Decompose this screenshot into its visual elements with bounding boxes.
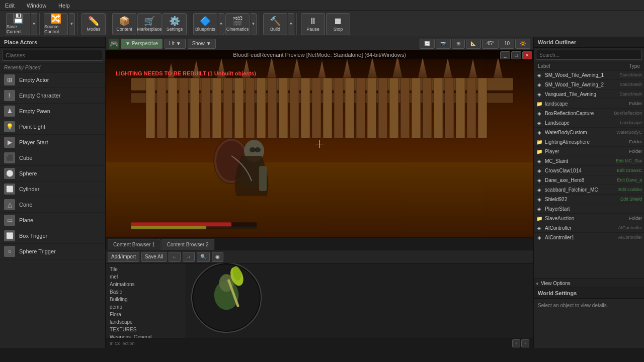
viewport-icon-camera[interactable]: 📷 (436, 39, 451, 49)
cb-add-button-2[interactable]: + (521, 339, 529, 347)
menu-item-edit[interactable]: Edit (2, 2, 18, 10)
tree-item-4[interactable]: Building (108, 296, 184, 303)
outliner-item-10[interactable]: ◈ CrowsClaw1014 Edit CrowsC (534, 166, 644, 175)
viewport-icon-brightness[interactable]: 🔆 (515, 39, 530, 49)
viewport-canvas[interactable]: BloodFeudRevenant Preview [NetMode: Stan… (106, 50, 533, 237)
cinematics-button[interactable]: 🎬 Cinematics (225, 13, 250, 35)
outliner-item-15[interactable]: 📁 SlaveAuction Folder (534, 214, 644, 223)
outliner-item-1[interactable]: ◈ SM_Wood_Tile_Awning_2 StaticMesh (534, 80, 644, 89)
search-filter-button[interactable]: 🔍 (197, 252, 210, 262)
outliner-label-4: BoxReflectionCapture (545, 111, 612, 116)
source-control-split[interactable]: ▼ (69, 13, 75, 35)
save-all-button[interactable]: Save All (141, 252, 167, 262)
outliner-label-2: Vanguard_Tile_Awning (545, 92, 617, 97)
details-content: Select an object to view details. (534, 299, 644, 312)
view-options-button[interactable]: ◉ (212, 252, 223, 262)
actor-icon-plane: ▭ (4, 215, 15, 226)
modes-button[interactable]: ✏️ Modes (82, 13, 106, 35)
maximize-button[interactable]: □ (511, 51, 521, 59)
tree-item-1[interactable]: mel (108, 273, 184, 281)
tree-item-3[interactable]: Basic (108, 288, 184, 296)
outliner-item-12[interactable]: ◈ scabbard_Falchion_MC Edit scabbo (534, 185, 644, 195)
nav-back-button[interactable]: ← (169, 252, 181, 262)
search-input[interactable] (2, 50, 103, 61)
save-current-button[interactable]: 💾 Save Current (6, 13, 30, 35)
perspective-button[interactable]: ▼ Perspective (121, 39, 163, 49)
settings-button[interactable]: ⚙️ Settings (163, 13, 187, 35)
content-browser-tab-2[interactable]: Content Browser 2 (162, 239, 214, 250)
tree-item-6[interactable]: Flora (108, 311, 184, 318)
lower-section: Content Browser 1 Content Browser 2 Add/… (106, 237, 533, 348)
outliner-columns: Label Type (534, 62, 644, 70)
actor-item-empty-pawn[interactable]: ♟ Empty Pawn (0, 104, 105, 119)
content-browser-tab-1[interactable]: Content Browser 1 (108, 239, 160, 250)
tree-item-2[interactable]: Animations (108, 281, 184, 288)
cinematics-split[interactable]: ▼ (251, 13, 257, 35)
viewport-icon-snap[interactable]: 📐 (466, 39, 481, 49)
minimize-button[interactable]: _ (500, 51, 510, 59)
cb-add-button-1[interactable]: + (512, 339, 520, 347)
build-button[interactable]: 🔨 Build (263, 13, 287, 35)
actor-item-sphere-trigger[interactable]: ○ Sphere Trigger (0, 244, 105, 259)
tree-item-8[interactable]: TEXTURES (108, 326, 184, 333)
actor-item-sphere[interactable]: ⚪ Sphere (0, 166, 105, 182)
add-import-button[interactable]: Add/Import (108, 252, 139, 262)
blueprints-button[interactable]: 🔷 Blueprints (193, 13, 217, 35)
outliner-item-7[interactable]: 📁 LightingAtmosphere Folder (534, 137, 644, 147)
cb-assets[interactable] (186, 263, 533, 338)
outliner-item-13[interactable]: ◈ Shield922 Edit Shield (534, 195, 644, 204)
outliner-item-9[interactable]: ◈ MC_Slaint Edit MC_Slai (534, 156, 644, 166)
outliner-label-10: CrowsClaw1014 (545, 168, 615, 173)
actor-item-player-start[interactable]: ▶ Player Start (0, 135, 105, 150)
pause-button[interactable]: ⏸ Pause (301, 13, 325, 35)
fov-input[interactable]: 45° (482, 39, 499, 49)
actor-icon-cone: △ (4, 199, 15, 210)
menu-item-help[interactable]: Help (55, 2, 73, 10)
tree-item-9[interactable]: Weapons_General (108, 333, 184, 338)
outliner-item-5[interactable]: ◈ Landscape Landscape (534, 118, 644, 128)
outliner-item-4[interactable]: ◈ BoxReflectionCapture BoxReflection (534, 109, 644, 118)
actor-item-box-trigger[interactable]: ⬜ Box Trigger (0, 228, 105, 244)
nav-forward-button[interactable]: → (183, 252, 195, 262)
lit-button[interactable]: Lit ▼ (165, 39, 185, 49)
outliner-type-2: StaticMesh (619, 92, 642, 97)
outliner-item-2[interactable]: ◈ Vanguard_Tile_Awning StaticMesh (534, 89, 644, 99)
outliner-label-1: SM_Wood_Tile_Awning_2 (545, 82, 617, 87)
menu-item-window[interactable]: Window (24, 2, 49, 10)
tree-item-0[interactable]: Tile (108, 265, 184, 273)
actor-label-empty-actor: Empty Actor (19, 77, 49, 83)
view-options[interactable]: ● View Options (534, 279, 644, 288)
outliner-item-17[interactable]: ◈ AIController1 AIController (534, 233, 644, 242)
source-control-button[interactable]: 🔀 Source Control (44, 13, 68, 35)
blueprints-split[interactable]: ▼ (218, 13, 224, 35)
actor-item-cube[interactable]: ⬛ Cube (0, 150, 105, 166)
show-button[interactable]: Show ▼ (188, 39, 216, 49)
viewport-icon-grid[interactable]: ⊞ (452, 39, 465, 49)
actor-item-empty-actor[interactable]: ⊞ Empty Actor (0, 72, 105, 88)
actor-item-point-light[interactable]: 💡 Point Light (0, 119, 105, 135)
outliner-item-11[interactable]: ◈ Dane_axe_Hero8 Edit Dane_a (534, 175, 644, 185)
stop-button[interactable]: ⏹ Stop (326, 13, 350, 35)
outliner-item-3[interactable]: 📁 landscape Folder (534, 99, 644, 109)
actor-item-cylinder[interactable]: ⬜ Cylinder (0, 182, 105, 197)
tree-item-7[interactable]: landscape (108, 318, 184, 326)
outliner-item-14[interactable]: ◈ PlayerStart (534, 204, 644, 214)
outliner-item-6[interactable]: ◈ WaterBodyCustom WaterBodyC (534, 128, 644, 137)
close-button[interactable]: ✕ (522, 51, 532, 59)
actor-item-plane[interactable]: ▭ Plane (0, 213, 105, 228)
actor-item-cone[interactable]: △ Cone (0, 197, 105, 213)
save-current-split[interactable]: ▼ (31, 13, 37, 35)
outliner-label-6: WaterBodyCustom (545, 130, 614, 135)
actor-item-empty-character[interactable]: 🚶 Empty Character (0, 88, 105, 104)
outliner-search-input[interactable] (536, 50, 642, 60)
content-button[interactable]: 📦 Content (112, 13, 136, 35)
nearclip-input[interactable]: 10 (500, 39, 514, 49)
actor-icon-empty-pawn: ♟ (4, 106, 15, 117)
build-split[interactable]: ▼ (288, 13, 294, 35)
outliner-item-0[interactable]: ◈ SM_Wood_Tile_Awning_1 StaticMesh (534, 70, 644, 80)
outliner-item-8[interactable]: 📁 Player Folder (534, 147, 644, 156)
viewport-icon-rotate[interactable]: 🔄 (420, 39, 435, 49)
tree-item-5[interactable]: demo (108, 303, 184, 311)
outliner-item-16[interactable]: ◈ AIController AIController (534, 223, 644, 233)
marketplace-button[interactable]: 🛒 Marketplace (137, 13, 162, 35)
